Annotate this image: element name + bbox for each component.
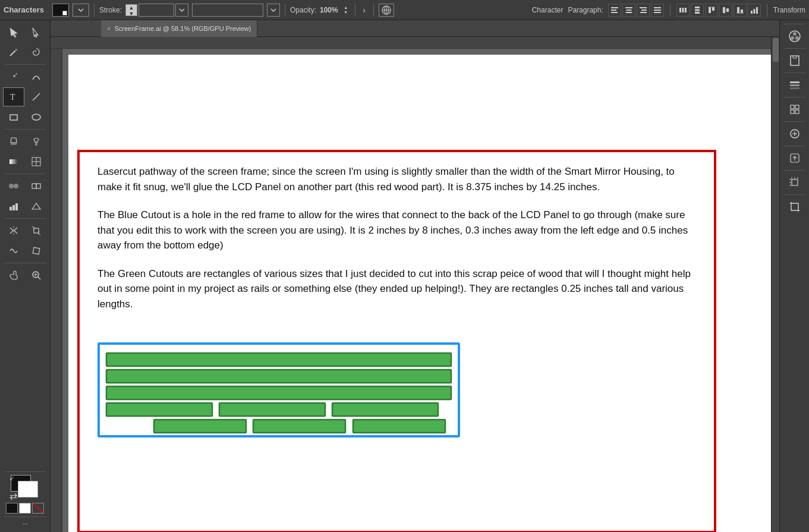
paragraph-1: Lasercut pathway of the screen frame; si… (97, 164, 696, 194)
toolbar-separator-2 (285, 4, 285, 17)
align-right-icon[interactable] (637, 4, 650, 17)
svg-rect-38 (10, 115, 17, 120)
more-tools-btn[interactable]: ··· (22, 520, 27, 527)
gradient-tool-btn[interactable] (3, 152, 24, 171)
svg-point-73 (791, 36, 794, 40)
black-swatch[interactable] (6, 503, 18, 514)
perspective-tool-btn[interactable] (26, 197, 47, 216)
right-crop-btn[interactable] (784, 198, 805, 216)
selection-tool-btn[interactable] (3, 23, 24, 42)
white-swatch[interactable] (19, 503, 31, 514)
scroll-thumb-v[interactable] (773, 38, 779, 62)
curvature-tool-btn[interactable] (26, 67, 47, 86)
transform-btn[interactable]: Transform (773, 6, 805, 14)
globe-icon[interactable] (379, 4, 394, 17)
svg-rect-16 (679, 8, 681, 12)
canvas-scroll-v[interactable] (771, 37, 779, 532)
align-bottom-icon[interactable] (734, 4, 747, 17)
free-transform-btn[interactable] (26, 241, 47, 260)
shape-builder-btn[interactable] (26, 177, 47, 196)
dist-vert-icon[interactable] (691, 4, 704, 17)
selection-tools (3, 23, 47, 42)
warp-tool-btn[interactable] (3, 241, 24, 260)
tab-bar: × ScreenFrame.ai @ 58.1% (RGB/GPU Previe… (51, 20, 779, 37)
right-symbol-btn[interactable] (784, 125, 805, 143)
dist-horiz-icon[interactable] (676, 4, 690, 17)
svg-point-35 (14, 75, 15, 77)
svg-rect-88 (792, 180, 798, 185)
expand-btn[interactable]: › (360, 4, 369, 17)
canvas-area[interactable]: /* ruler ticks drawn in CSS */ Lasercut … (51, 37, 779, 532)
fill-color-box[interactable] (52, 4, 69, 17)
paragraph-btn[interactable]: Paragraph: (568, 6, 603, 14)
reflect-tool-btn[interactable] (3, 221, 24, 240)
align-center-icon[interactable] (622, 4, 635, 17)
right-layers-btn[interactable] (784, 76, 805, 94)
opacity-arrows[interactable]: ▲ ▼ (342, 4, 350, 17)
right-sep-4 (784, 97, 805, 97)
draw-tools (3, 67, 47, 86)
mesh-tool-btn[interactable] (26, 152, 47, 171)
type-tool-btn[interactable]: T (3, 87, 24, 106)
svg-rect-69 (253, 420, 345, 433)
ellipse-tool-btn[interactable] (26, 108, 47, 127)
blend-tool-btn[interactable] (3, 177, 24, 196)
right-lib-btn[interactable] (784, 100, 805, 118)
paragraph-2: The Blue Cutout is a hole in the red fra… (97, 207, 696, 253)
fill-options-btn[interactable] (73, 4, 89, 17)
right-artboard-btn[interactable] (784, 174, 805, 191)
rectangle-tool-btn[interactable] (3, 108, 24, 127)
align-middle-icon[interactable] (719, 4, 732, 17)
tool-sep-2 (4, 129, 46, 130)
svg-rect-20 (695, 9, 700, 11)
lasso-tool-btn[interactable] (26, 43, 47, 62)
direct-selection-tool-btn[interactable] (26, 23, 47, 42)
line-tool-btn[interactable] (26, 87, 47, 106)
right-doc-btn[interactable] (784, 52, 805, 70)
top-toolbar: Characters Stroke: ▲ ▼ Opacity: 100% ▲ ▼… (0, 0, 809, 20)
stroke-up-btn[interactable]: ▲ ▼ (125, 4, 137, 16)
svg-rect-78 (790, 87, 799, 89)
right-export-btn[interactable] (784, 149, 805, 167)
stroke-style-dropdown[interactable] (192, 4, 263, 17)
gradient-tools (3, 152, 47, 171)
svg-rect-80 (795, 105, 799, 109)
scale-tool-btn[interactable] (26, 221, 47, 240)
ruler-left (51, 49, 62, 532)
stroke-dropdown-btn[interactable] (175, 4, 188, 17)
transform-tools (3, 221, 47, 240)
document-tab[interactable]: × ScreenFrame.ai @ 58.1% (RGB/GPU Previe… (101, 20, 257, 37)
content-frame: Lasercut pathway of the screen frame; si… (77, 150, 716, 532)
eyedropper-btn[interactable] (26, 132, 47, 151)
svg-line-57 (38, 277, 40, 279)
svg-rect-79 (791, 105, 794, 109)
stroke-weight-input[interactable] (138, 4, 174, 17)
svg-point-74 (795, 36, 799, 40)
column-graph-btn[interactable] (3, 197, 24, 216)
svg-rect-12 (640, 12, 647, 13)
character-btn[interactable]: Character (532, 6, 564, 14)
stroke-style-dropdown-btn[interactable] (267, 4, 280, 17)
tab-close-btn[interactable]: × (107, 25, 111, 32)
diagram-area (97, 342, 696, 437)
graph-icon[interactable] (748, 4, 761, 17)
hand-tool-btn[interactable] (3, 266, 24, 285)
magic-wand-btn[interactable] (3, 43, 24, 62)
svg-rect-54 (34, 228, 39, 233)
column-tools (3, 197, 47, 216)
align-top-icon[interactable] (705, 4, 718, 17)
right-color-btn[interactable] (784, 27, 805, 45)
none-swatch[interactable] (32, 503, 44, 514)
shape-tools-1 (3, 108, 47, 127)
tool-sep-6 (4, 471, 46, 472)
align-justify-icon[interactable] (651, 4, 664, 17)
right-sep-8 (784, 194, 805, 195)
distribute-icons-group (676, 4, 761, 17)
svg-rect-51 (12, 205, 15, 210)
paint-bucket-btn[interactable] (3, 132, 24, 151)
zoom-tool-btn[interactable] (26, 266, 47, 285)
pen-tool-btn[interactable] (3, 67, 24, 86)
svg-rect-70 (353, 420, 445, 433)
align-left-icon[interactable] (608, 4, 621, 17)
color-swatches[interactable]: ⇄ ↙ (10, 475, 40, 501)
